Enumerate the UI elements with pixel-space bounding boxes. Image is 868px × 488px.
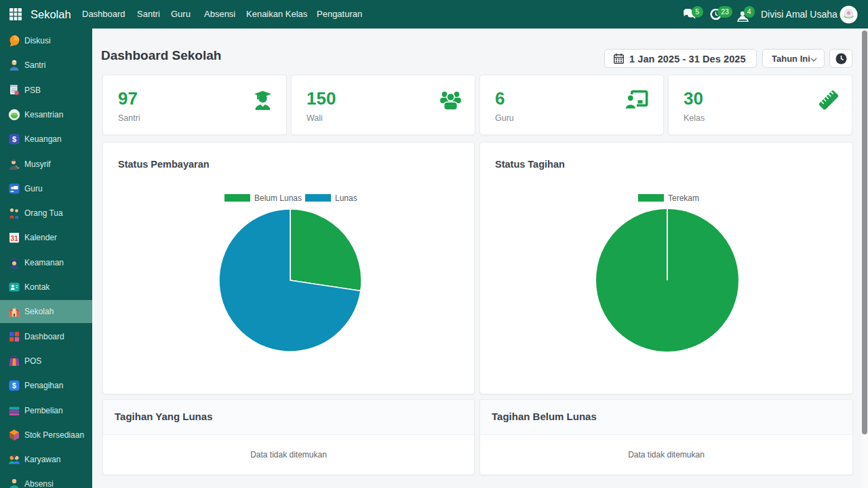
svg-text:31: 31 [10, 234, 18, 242]
svg-text:Terekam: Terekam [668, 193, 699, 203]
svg-text:$: $ [12, 135, 16, 143]
svg-text:$: $ [12, 381, 16, 390]
svg-text:Lunas: Lunas [335, 193, 357, 203]
svg-text:Belum Lunas: Belum Lunas [254, 193, 302, 203]
